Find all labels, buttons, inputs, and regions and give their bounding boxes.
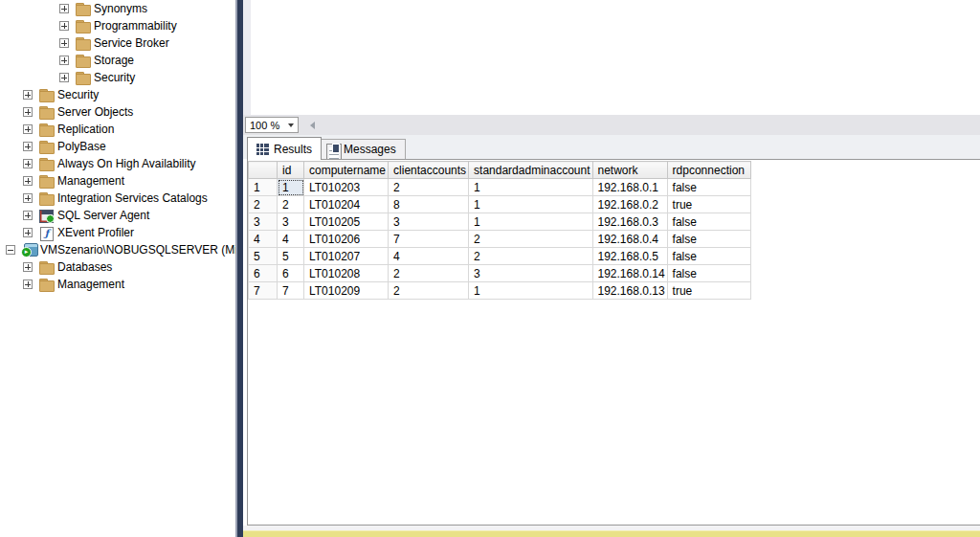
- expand-icon[interactable]: [23, 90, 33, 100]
- row-header[interactable]: 7: [249, 282, 278, 300]
- column-header-rdpconnection[interactable]: rdpconnection: [667, 162, 750, 179]
- column-header-standardadminaccount[interactable]: standardadminaccount: [469, 162, 592, 179]
- grid-cell-standardadminaccount[interactable]: 1: [469, 196, 592, 213]
- grid-cell-standardadminaccount[interactable]: 1: [469, 179, 592, 196]
- row-header[interactable]: 2: [249, 196, 278, 213]
- grid-cell-network[interactable]: 192.168.0.2: [592, 196, 667, 213]
- grid-cell-id[interactable]: 2: [278, 196, 304, 213]
- expand-icon[interactable]: [23, 193, 33, 203]
- tree-item-sql-server-agent[interactable]: SQL Server Agent: [0, 207, 235, 224]
- tree-item-vmszenario-nobugsqlserver-micro[interactable]: VMSzenario\NOBUGSQLSERVER (Micro: [0, 241, 235, 258]
- grid-cell-rdpconnection[interactable]: false: [667, 265, 750, 282]
- zoom-combo[interactable]: 100 %: [245, 117, 299, 133]
- grid-cell-standardadminaccount[interactable]: 1: [469, 282, 592, 300]
- grid-cell-standardadminaccount[interactable]: 3: [469, 265, 592, 282]
- grid-cell-rdpconnection[interactable]: true: [667, 196, 750, 213]
- expand-icon[interactable]: [23, 142, 33, 151]
- grid-cell-computername[interactable]: LT010209: [304, 282, 389, 300]
- grid-cell-id[interactable]: 3: [278, 213, 304, 231]
- grid-cell-network[interactable]: 192.168.0.1: [592, 179, 667, 196]
- column-header-id[interactable]: id: [278, 162, 304, 179]
- tree-item-polybase[interactable]: PolyBase: [0, 138, 235, 155]
- grid-cell-rdpconnection[interactable]: false: [667, 231, 750, 248]
- expand-icon[interactable]: [23, 262, 33, 272]
- grid-cell-clientaccounts[interactable]: 2: [389, 282, 469, 300]
- grid-cell-computername[interactable]: LT010207: [304, 248, 389, 265]
- expand-icon[interactable]: [23, 211, 33, 220]
- grid-cell-clientaccounts[interactable]: 2: [389, 179, 469, 196]
- panel-splitter[interactable]: [235, 0, 243, 537]
- tree-item-security[interactable]: Security: [0, 69, 235, 86]
- expand-icon[interactable]: [59, 4, 69, 13]
- tree-item-always-on-high-availability[interactable]: Always On High Availability: [0, 155, 235, 172]
- grid-cell-id[interactable]: 5: [278, 248, 304, 265]
- expand-icon[interactable]: [23, 124, 33, 134]
- grid-cell-computername[interactable]: LT010203: [304, 179, 389, 196]
- grid-cell-network[interactable]: 192.168.0.3: [592, 213, 667, 231]
- column-header-clientaccounts[interactable]: clientaccounts: [389, 162, 469, 179]
- grid-cell-computername[interactable]: LT010204: [304, 196, 389, 213]
- hscroll-left-arrow-icon[interactable]: [304, 117, 320, 133]
- tree-item-synonyms[interactable]: Synonyms: [0, 0, 235, 17]
- tree-item-xevent-profiler[interactable]: XEvent Profiler: [0, 224, 235, 241]
- grid-cell-clientaccounts[interactable]: 3: [389, 213, 469, 231]
- tree-item-management[interactable]: Management: [0, 172, 235, 190]
- tree-item-management[interactable]: Management: [0, 276, 235, 293]
- tree-item-replication[interactable]: Replication: [0, 121, 235, 138]
- grid-cell-standardadminaccount[interactable]: 1: [469, 213, 592, 231]
- grid-cell-network[interactable]: 192.168.0.5: [592, 248, 667, 265]
- grid-cell-standardadminaccount[interactable]: 2: [469, 231, 592, 248]
- tree-item-programmability[interactable]: Programmability: [0, 17, 235, 34]
- editor-margin: [243, 0, 251, 115]
- grid-corner-header[interactable]: [249, 162, 278, 179]
- expand-icon[interactable]: [23, 107, 33, 117]
- row-header[interactable]: 1: [249, 179, 278, 196]
- grid-cell-rdpconnection[interactable]: false: [667, 248, 750, 265]
- row-header[interactable]: 4: [249, 231, 278, 248]
- expand-icon[interactable]: [59, 38, 69, 48]
- grid-cell-clientaccounts[interactable]: 8: [389, 196, 469, 213]
- grid-cell-clientaccounts[interactable]: 7: [389, 231, 469, 248]
- tree-item-server-objects[interactable]: Server Objects: [0, 103, 235, 121]
- grid-cell-network[interactable]: 192.168.0.14: [592, 265, 667, 282]
- tab-messages[interactable]: Messages: [317, 139, 406, 159]
- grid-cell-id[interactable]: 6: [278, 265, 304, 282]
- grid-cell-rdpconnection[interactable]: false: [667, 179, 750, 196]
- grid-cell-id[interactable]: 7: [278, 282, 304, 300]
- expand-icon[interactable]: [23, 176, 33, 186]
- tree-item-service-broker[interactable]: Service Broker: [0, 34, 235, 52]
- expand-icon[interactable]: [59, 73, 69, 82]
- grid-cell-computername[interactable]: LT010208: [304, 265, 389, 282]
- agent-icon: [39, 209, 54, 222]
- tree-item-storage[interactable]: Storage: [0, 52, 235, 69]
- expand-icon[interactable]: [23, 228, 33, 237]
- expand-icon[interactable]: [23, 159, 33, 168]
- grid-cell-network[interactable]: 192.168.0.13: [592, 282, 667, 300]
- grid-cell-clientaccounts[interactable]: 4: [389, 248, 469, 265]
- grid-cell-computername[interactable]: LT010206: [304, 231, 389, 248]
- editor-area[interactable]: [243, 0, 980, 115]
- grid-cell-id[interactable]: 4: [278, 231, 304, 248]
- grid-cell-clientaccounts[interactable]: 2: [389, 265, 469, 282]
- column-header-computername[interactable]: computername: [304, 162, 389, 179]
- expand-icon[interactable]: [59, 21, 69, 31]
- tree-item-databases[interactable]: Databases: [0, 258, 235, 276]
- row-header[interactable]: 5: [249, 248, 278, 265]
- row-header[interactable]: 6: [249, 265, 278, 282]
- collapse-icon[interactable]: [6, 245, 15, 255]
- grid-row: 77LT01020921192.168.0.13true: [249, 282, 751, 300]
- row-header[interactable]: 3: [249, 213, 278, 231]
- grid-cell-standardadminaccount[interactable]: 2: [469, 248, 592, 265]
- grid-cell-id[interactable]: 1: [278, 179, 304, 196]
- tab-results[interactable]: Results: [247, 137, 322, 160]
- tree-item-security[interactable]: Security: [0, 86, 235, 103]
- expand-icon[interactable]: [23, 280, 33, 289]
- grid-cell-rdpconnection[interactable]: false: [667, 213, 750, 231]
- grid-cell-rdpconnection[interactable]: true: [667, 282, 750, 300]
- chevron-down-icon[interactable]: [284, 118, 298, 132]
- tree-item-integration-services-catalogs[interactable]: Integration Services Catalogs: [0, 190, 235, 207]
- expand-icon[interactable]: [59, 56, 69, 65]
- column-header-network[interactable]: network: [592, 162, 667, 179]
- grid-cell-network[interactable]: 192.168.0.4: [592, 231, 667, 248]
- grid-cell-computername[interactable]: LT010205: [304, 213, 389, 231]
